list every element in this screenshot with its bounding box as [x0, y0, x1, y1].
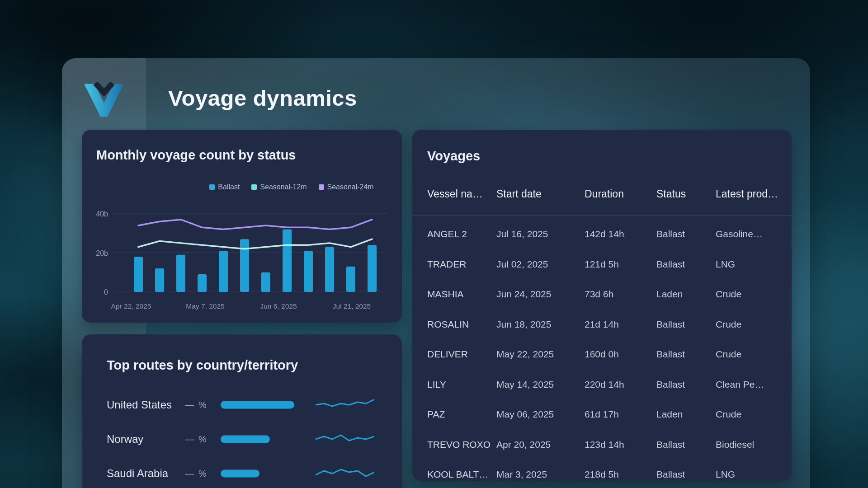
cell-latest-product: Crude — [716, 409, 777, 420]
legend-label: Seasonal-24m — [327, 183, 374, 191]
cell-vessel-name: PAZ — [427, 409, 496, 420]
table-row[interactable]: TREVO ROXOApr 20, 2025123d 14hBallastBio… — [427, 430, 777, 460]
cell-duration: 61d 17h — [585, 409, 656, 420]
cell-duration: 160d 0h — [585, 349, 656, 360]
cell-latest-product: Crude — [716, 319, 777, 330]
route-percent-unit: % — [198, 434, 207, 445]
cell-latest-product: Gasoline… — [716, 229, 777, 239]
page-title: Voyage dynamics — [168, 85, 357, 111]
cell-vessel-name: ANGEL 2 — [427, 229, 496, 239]
cell-status: Ballast — [656, 469, 716, 480]
legend-swatch-icon — [319, 184, 324, 190]
route-row[interactable]: Saudi Arabia—% — [82, 456, 402, 488]
route-percent: —% — [185, 469, 207, 479]
voyages-card-title: Voyages — [427, 149, 480, 164]
route-percent: —% — [185, 400, 207, 410]
cell-duration: 121d 5h — [585, 259, 656, 270]
routes-list: United States—%Norway—%Saudi Arabia—% — [82, 388, 402, 488]
cell-start-date: Jun 18, 2025 — [496, 319, 585, 330]
route-trend-sparkline — [316, 397, 374, 413]
legend-item-0[interactable]: Ballast — [209, 183, 240, 191]
cell-vessel-name: TREVO ROXO — [427, 439, 496, 450]
table-row[interactable]: KOOL BALT…Mar 3, 2025218d 5hBallastLNG — [427, 460, 777, 481]
route-percent: —% — [185, 434, 207, 445]
app-logo[interactable] — [82, 82, 126, 118]
cell-status: Ballast — [656, 439, 716, 450]
legend-item-1[interactable]: Seasonal-12m — [251, 183, 307, 191]
cell-latest-product: Biodiesel — [716, 439, 777, 450]
monthly-card-title: Monthly voyage count by status — [96, 148, 296, 163]
route-percent-dash: — — [185, 469, 194, 479]
cell-vessel-name: MASHIA — [427, 289, 496, 300]
dashboard-panel: Voyage dynamics Monthly voyage count by … — [62, 58, 810, 488]
voyage-status-chart[interactable]: 40b20b0Apr 22, 2025May 7, 2025Jun 6, 202… — [88, 200, 390, 313]
cell-duration: 21d 14h — [585, 319, 656, 330]
cell-status: Ballast — [656, 229, 716, 239]
cell-status: Laden — [656, 409, 716, 420]
cell-vessel-name: KOOL BALT… — [427, 469, 496, 480]
cell-duration: 123d 14h — [585, 439, 656, 450]
column-header-3[interactable]: Status — [656, 188, 716, 200]
cell-latest-product: Crude — [716, 289, 777, 300]
table-row[interactable]: ROSALINJun 18, 202521d 14hBallastCrude — [427, 310, 777, 340]
routes-card-title: Top routes by country/territory — [107, 358, 298, 373]
table-row[interactable]: MASHIAJun 24, 202573d 6hLadenCrude — [427, 279, 777, 310]
cell-duration: 73d 6h — [585, 289, 656, 300]
route-row[interactable]: United States—% — [82, 388, 402, 422]
svg-text:40b: 40b — [96, 210, 108, 218]
cell-start-date: Apr 20, 2025 — [496, 439, 585, 450]
svg-text:Jul 21, 2025: Jul 21, 2025 — [333, 302, 371, 310]
monthly-voyage-card: Monthly voyage count by status BallastSe… — [82, 130, 402, 323]
cell-status: Ballast — [656, 349, 716, 360]
svg-text:Jun 6, 2025: Jun 6, 2025 — [260, 302, 297, 310]
cell-latest-product: LNG — [716, 469, 777, 480]
v-chevron-logo-icon — [82, 82, 126, 118]
cell-vessel-name: TRADER — [427, 259, 496, 270]
cell-start-date: Jul 02, 2025 — [496, 259, 585, 270]
column-header-2[interactable]: Duration — [585, 188, 656, 200]
svg-text:20b: 20b — [96, 249, 108, 257]
route-country-label: Saudi Arabia — [107, 467, 168, 480]
route-volume-bar — [221, 470, 259, 478]
cell-status: Ballast — [656, 319, 716, 330]
table-row[interactable]: PAZMay 06, 202561d 17hLadenCrude — [427, 399, 777, 430]
table-row[interactable]: DELIVERMay 22, 2025160d 0hBallastCrude — [427, 339, 777, 370]
cell-start-date: Jul 16, 2025 — [496, 229, 585, 239]
voyages-table-header: Vessel na…Start dateDurationStatusLatest… — [427, 182, 777, 206]
route-percent-dash: — — [185, 434, 194, 445]
top-routes-card: Top routes by country/territory United S… — [82, 334, 402, 488]
column-header-1[interactable]: Start date — [496, 188, 585, 200]
cell-vessel-name: ROSALIN — [427, 319, 496, 330]
route-country-label: United States — [107, 399, 172, 411]
legend-label: Ballast — [218, 183, 240, 191]
voyages-card: Voyages Vessel na…Start dateDurationStat… — [412, 130, 792, 481]
legend-swatch-icon — [251, 184, 257, 190]
table-row[interactable]: LILYMay 14, 2025220d 14hBallastClean Pe… — [427, 370, 777, 400]
chart-legend: BallastSeasonal-12mSeasonal-24m — [181, 183, 402, 191]
route-row[interactable]: Norway—% — [82, 422, 402, 456]
legend-item-2[interactable]: Seasonal-24m — [319, 183, 374, 191]
cell-latest-product: Clean Pe… — [716, 379, 777, 390]
table-header-divider — [412, 216, 792, 216]
cell-duration: 142d 14h — [585, 229, 656, 239]
route-volume-bar — [221, 436, 270, 443]
table-row[interactable]: ANGEL 2Jul 16, 2025142d 14hBallastGasoli… — [427, 219, 777, 249]
table-row[interactable]: TRADERJul 02, 2025121d 5hBallastLNG — [427, 249, 777, 280]
voyages-table-body: ANGEL 2Jul 16, 2025142d 14hBallastGasoli… — [427, 219, 777, 481]
cell-vessel-name: DELIVER — [427, 349, 496, 360]
route-trend-sparkline — [316, 432, 374, 447]
cell-latest-product: Crude — [716, 349, 777, 360]
route-percent-dash: — — [185, 400, 194, 410]
cell-duration: 218d 5h — [585, 469, 656, 480]
legend-swatch-icon — [209, 184, 215, 190]
svg-text:0: 0 — [104, 288, 108, 296]
column-header-4[interactable]: Latest prod… — [716, 188, 777, 200]
column-header-0[interactable]: Vessel na… — [427, 188, 496, 200]
cell-start-date: Mar 3, 2025 — [496, 469, 585, 480]
svg-text:Apr 22, 2025: Apr 22, 2025 — [111, 302, 151, 310]
cell-status: Ballast — [656, 259, 716, 270]
route-country-label: Norway — [107, 433, 143, 446]
route-trend-sparkline — [316, 466, 374, 481]
cell-vessel-name: LILY — [427, 379, 496, 390]
cell-latest-product: LNG — [716, 259, 777, 270]
